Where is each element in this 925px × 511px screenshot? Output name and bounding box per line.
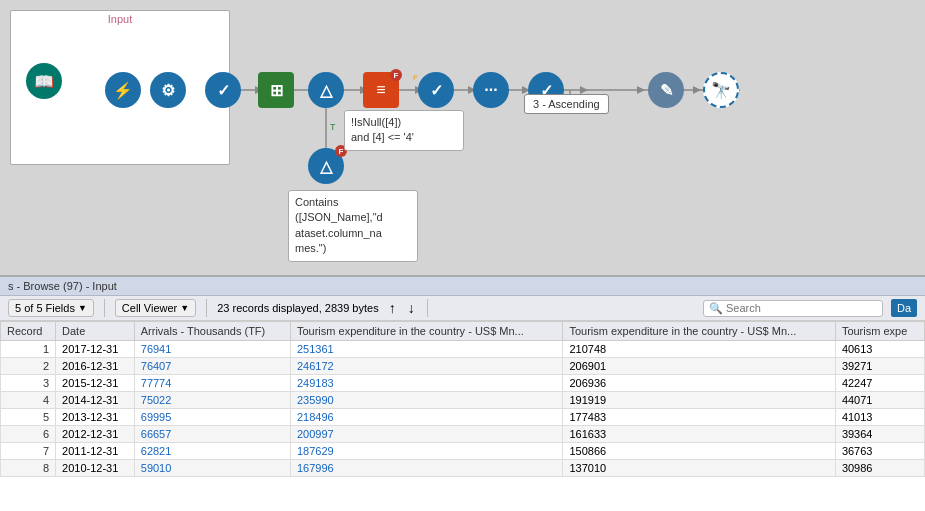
col-date[interactable]: Date bbox=[56, 322, 135, 341]
dots-node[interactable]: ··· bbox=[473, 72, 509, 108]
table-cell: 42247 bbox=[835, 375, 924, 392]
filter-tooltip-2: Contains ([JSON_Name],"d ataset.column_n… bbox=[288, 190, 418, 262]
check-node-1[interactable]: ✓ bbox=[205, 72, 241, 108]
col-arrivals[interactable]: Arrivals - Thousands (TF) bbox=[134, 322, 290, 341]
table-cell: 2010-12-31 bbox=[56, 460, 135, 477]
table-cell: 76941 bbox=[134, 341, 290, 358]
svg-text:F: F bbox=[413, 73, 418, 82]
data-table: Record Date Arrivals - Thousands (TF) To… bbox=[0, 321, 925, 477]
table-cell: 218496 bbox=[290, 409, 562, 426]
table-cell: 191919 bbox=[563, 392, 835, 409]
col-record[interactable]: Record bbox=[1, 322, 56, 341]
data-table-container[interactable]: Record Date Arrivals - Thousands (TF) To… bbox=[0, 321, 925, 511]
table-cell: 44071 bbox=[835, 392, 924, 409]
table-cell: 66657 bbox=[134, 426, 290, 443]
table-header-row: Record Date Arrivals - Thousands (TF) To… bbox=[1, 322, 925, 341]
table-cell: 7 bbox=[1, 443, 56, 460]
table-cell: 249183 bbox=[290, 375, 562, 392]
table-row: 12017-12-317694125136121074840613 bbox=[1, 341, 925, 358]
table-row: 82010-12-315901016799613701030986 bbox=[1, 460, 925, 477]
table-cell: 137010 bbox=[563, 460, 835, 477]
table-cell: 200997 bbox=[290, 426, 562, 443]
canvas-area: T F F F Input 📖 ⚡ ⚙ ✓ ⊞ △ ≡ F ✓ bbox=[0, 0, 925, 275]
table-row: 42014-12-317502223599019191944071 bbox=[1, 392, 925, 409]
table-cell: 5 bbox=[1, 409, 56, 426]
col-tourism-exp-3[interactable]: Tourism expe bbox=[835, 322, 924, 341]
toolbar-separator-1 bbox=[104, 299, 105, 317]
table-row: 62012-12-316665720099716163339364 bbox=[1, 426, 925, 443]
table-cell: 2011-12-31 bbox=[56, 443, 135, 460]
table-cell: 8 bbox=[1, 460, 56, 477]
search-input[interactable] bbox=[726, 302, 877, 314]
sort-desc-button[interactable]: ↓ bbox=[406, 300, 417, 316]
filter-tooltip-1: !IsNull([4]) and [4] <= '4' bbox=[344, 110, 464, 151]
table-cell: 41013 bbox=[835, 409, 924, 426]
table-cell: 75022 bbox=[134, 392, 290, 409]
search-container: 🔍 bbox=[703, 300, 883, 317]
filter-node-2[interactable]: △ F bbox=[308, 148, 344, 184]
table-cell: 161633 bbox=[563, 426, 835, 443]
col-tourism-exp-1[interactable]: Tourism expenditure in the country - US$… bbox=[290, 322, 562, 341]
table-row: 22016-12-317640724617220690139271 bbox=[1, 358, 925, 375]
table-cell: 30986 bbox=[835, 460, 924, 477]
table-cell: 76407 bbox=[134, 358, 290, 375]
table-cell: 2017-12-31 bbox=[56, 341, 135, 358]
table-cell: 2012-12-31 bbox=[56, 426, 135, 443]
svg-text:T: T bbox=[330, 122, 336, 132]
table-cell: 1 bbox=[1, 341, 56, 358]
svg-marker-11 bbox=[637, 86, 645, 94]
table-cell: 40613 bbox=[835, 341, 924, 358]
filter-node-1[interactable]: △ bbox=[308, 72, 344, 108]
table-cell: 187629 bbox=[290, 443, 562, 460]
table-cell: 3 bbox=[1, 375, 56, 392]
table-cell: 251361 bbox=[290, 341, 562, 358]
browse-bar: s - Browse (97) - Input bbox=[0, 277, 925, 296]
table-cell: 59010 bbox=[134, 460, 290, 477]
toolbar-separator-2 bbox=[206, 299, 207, 317]
table-cell: 167996 bbox=[290, 460, 562, 477]
toolbar-bar: 5 of 5 Fields ▼ Cell Viewer ▼ 23 records… bbox=[0, 296, 925, 321]
table-cell: 177483 bbox=[563, 409, 835, 426]
da-button[interactable]: Da bbox=[891, 299, 917, 317]
table-cell: 39271 bbox=[835, 358, 924, 375]
svg-marker-10 bbox=[580, 86, 588, 94]
table-node[interactable]: ⊞ bbox=[258, 72, 294, 108]
records-info: 23 records displayed, 2839 bytes bbox=[217, 302, 378, 314]
browse-node[interactable]: 🔭 bbox=[703, 72, 739, 108]
table-cell: 246172 bbox=[290, 358, 562, 375]
toolbar-separator-3 bbox=[427, 299, 428, 317]
sort-node[interactable]: ≡ F bbox=[363, 72, 399, 108]
table-cell: 206901 bbox=[563, 358, 835, 375]
fields-dropdown[interactable]: 5 of 5 Fields ▼ bbox=[8, 299, 94, 317]
sort-label: 3 - Ascending bbox=[524, 94, 609, 114]
table-row: 52013-12-316999521849617748341013 bbox=[1, 409, 925, 426]
table-cell: 206936 bbox=[563, 375, 835, 392]
input-box-label: Input bbox=[108, 13, 132, 25]
svg-marker-12 bbox=[693, 86, 701, 94]
lightning-node[interactable]: ⚡ bbox=[105, 72, 141, 108]
check-node-2[interactable]: ✓ bbox=[418, 72, 454, 108]
col-tourism-exp-2[interactable]: Tourism expenditure in the country - US$… bbox=[563, 322, 835, 341]
table-cell: 2015-12-31 bbox=[56, 375, 135, 392]
book-node[interactable]: 📖 bbox=[26, 63, 62, 99]
table-cell: 2013-12-31 bbox=[56, 409, 135, 426]
table-cell: 62821 bbox=[134, 443, 290, 460]
gear-node[interactable]: ⚙ bbox=[150, 72, 186, 108]
fields-chevron-icon: ▼ bbox=[78, 303, 87, 313]
table-row: 32015-12-317777424918320693642247 bbox=[1, 375, 925, 392]
table-cell: 235990 bbox=[290, 392, 562, 409]
table-cell: 69995 bbox=[134, 409, 290, 426]
viewer-dropdown[interactable]: Cell Viewer ▼ bbox=[115, 299, 196, 317]
table-cell: 6 bbox=[1, 426, 56, 443]
table-cell: 210748 bbox=[563, 341, 835, 358]
sort-asc-button[interactable]: ↑ bbox=[387, 300, 398, 316]
edit-node[interactable]: ✎ bbox=[648, 72, 684, 108]
table-cell: 36763 bbox=[835, 443, 924, 460]
table-cell: 2 bbox=[1, 358, 56, 375]
search-icon: 🔍 bbox=[709, 302, 723, 315]
table-cell: 77774 bbox=[134, 375, 290, 392]
table-row: 72011-12-316282118762915086636763 bbox=[1, 443, 925, 460]
table-cell: 4 bbox=[1, 392, 56, 409]
table-cell: 39364 bbox=[835, 426, 924, 443]
table-cell: 150866 bbox=[563, 443, 835, 460]
